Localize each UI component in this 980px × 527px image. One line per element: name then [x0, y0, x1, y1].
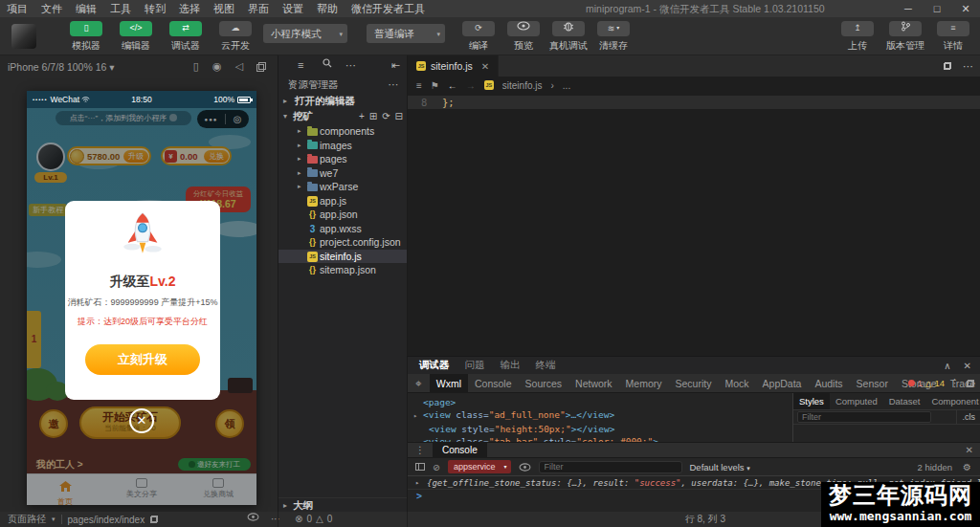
menu-select[interactable]: 选择 — [172, 0, 207, 17]
detach-window-icon[interactable] — [256, 62, 266, 72]
breadcrumb-file[interactable]: siteinfo.js — [502, 80, 543, 91]
collapse-sidebar-icon[interactable]: ⇤ — [391, 59, 400, 72]
compile-button[interactable]: ⟳ 编译 — [457, 21, 500, 53]
page-path-label[interactable]: 页面路径 — [8, 513, 46, 526]
menu-interface[interactable]: 界面 — [241, 0, 276, 17]
tab-output[interactable]: 输出 — [501, 359, 521, 372]
outline-list-icon[interactable]: ≡ — [298, 59, 303, 71]
tab-problems[interactable]: 问题 — [465, 359, 485, 372]
devtools-tab-mock[interactable]: Mock — [718, 374, 755, 393]
upload-button[interactable]: ↥ 上传 — [836, 21, 879, 53]
devtools-tab-sources[interactable]: Sources — [519, 374, 569, 393]
editor-tab-siteinfo[interactable]: JS siteinfo.js ✕ — [408, 55, 499, 77]
expand-arrow-icon[interactable]: ▸ — [415, 476, 419, 490]
more-icon[interactable]: ⋯ — [963, 60, 973, 73]
devtools-tab-sensor[interactable]: Sensor — [850, 374, 895, 393]
cloud-dev-button[interactable]: ☁ 云开发 — [214, 21, 256, 53]
upgrade-now-button[interactable]: 立刻升级 — [85, 344, 200, 375]
devtools-menu-icon[interactable]: ⋮ — [949, 377, 960, 389]
tab-computed[interactable]: Computed — [830, 393, 883, 409]
close-panel-icon[interactable]: ✕ — [964, 361, 971, 371]
menu-tools[interactable]: 工具 — [103, 0, 138, 17]
menu-help[interactable]: 帮助 — [310, 0, 345, 17]
tab-component-data[interactable]: Component Data — [925, 393, 980, 409]
rotate-icon[interactable]: ◁ — [235, 60, 243, 73]
console-sidebar-icon[interactable] — [415, 463, 425, 471]
clear-cache-button[interactable]: ≋▾ 清缓存 — [592, 21, 635, 53]
inspect-element-icon[interactable]: ⌖ — [408, 377, 430, 390]
mode-select[interactable]: 小程序模式 ▾ — [263, 24, 347, 43]
user-avatar[interactable] — [11, 24, 36, 49]
outline-section[interactable]: ▸ 大纲 — [278, 497, 408, 512]
device-select[interactable]: iPhone 6/7/8 100% 16 ▾ — [8, 61, 115, 73]
console-filter-input[interactable] — [539, 461, 682, 473]
dock-side-icon[interactable] — [967, 380, 974, 387]
tree-item-app-js[interactable]: JSapp.js — [278, 194, 408, 209]
menu-devtools[interactable]: 微信开发者工具 — [345, 0, 432, 17]
new-folder-icon[interactable]: ⊞ — [369, 109, 377, 123]
menu-file[interactable]: 文件 — [34, 0, 69, 17]
editor-toggle-button[interactable]: </> 编辑器 — [115, 21, 157, 53]
console-prompt[interactable]: > — [408, 490, 422, 503]
hidden-count[interactable]: 2 hidden — [918, 462, 952, 472]
breadcrumb-more[interactable]: ... — [563, 80, 570, 91]
close-button[interactable]: ✕ — [951, 0, 980, 17]
eye-icon[interactable] — [519, 463, 531, 472]
modal-close-button[interactable]: ✕ — [129, 408, 154, 433]
tab-debugger[interactable]: 调试器 — [419, 359, 450, 372]
console-tab[interactable]: Console — [433, 442, 487, 458]
devtools-tab-console[interactable]: Console — [468, 374, 519, 393]
menu-settings[interactable]: 设置 — [276, 0, 310, 17]
cursor-position[interactable]: 行 8, 列 3 — [685, 512, 725, 527]
chevron-right-icon[interactable]: ▸ — [413, 410, 423, 423]
tab-close-icon[interactable]: ✕ — [481, 61, 489, 72]
tree-item-images[interactable]: ▸images — [278, 139, 408, 153]
compile-mode-select[interactable]: 普通编译 ▾ — [367, 24, 445, 43]
search-icon[interactable] — [323, 58, 332, 70]
devtools-tab-audits[interactable]: Audits — [808, 374, 849, 393]
split-editor-icon[interactable] — [944, 62, 951, 70]
execution-context-select[interactable]: appservice ▾ — [448, 460, 511, 473]
tree-item-sitemap-json[interactable]: {}sitemap.json — [278, 263, 408, 277]
code-area[interactable]: 8 }; — [408, 94, 980, 356]
devtools-tab-appdata[interactable]: AppData — [756, 374, 809, 393]
open-editors-section[interactable]: ▸ 打开的编辑器 — [278, 94, 408, 108]
page-path-value[interactable]: pages/index/index — [68, 515, 145, 525]
simulator-toggle-button[interactable]: ▯ 模拟器 — [65, 21, 107, 53]
tree-item-app-wxss[interactable]: 3app.wxss — [278, 222, 408, 236]
devtools-tab-wxml[interactable]: Wxml — [430, 374, 468, 393]
details-button[interactable]: ≡ 详情 — [932, 21, 974, 53]
file-list-icon[interactable]: ≡ — [416, 80, 422, 91]
tree-item-project-config[interactable]: {}project.config.json — [278, 235, 408, 250]
record-icon[interactable]: ◉ — [212, 60, 222, 73]
more-icon[interactable]: ⋯ — [271, 512, 280, 527]
bookmark-icon[interactable]: ⚑ — [431, 80, 439, 91]
devtools-issue-badges[interactable]: 1 △ 14 — [908, 378, 945, 388]
wxml-tree[interactable]: <page> ▸<view class="ad_full_none">…</vi… — [408, 393, 792, 442]
devtools-tab-memory[interactable]: Memory — [619, 374, 669, 393]
back-icon[interactable]: ← — [448, 80, 457, 91]
menu-edit[interactable]: 编辑 — [69, 0, 103, 17]
devtools-tab-network[interactable]: Network — [568, 374, 619, 393]
tab-terminal[interactable]: 终端 — [536, 359, 556, 372]
devtools-tab-security[interactable]: Security — [669, 374, 719, 393]
copy-icon[interactable] — [150, 516, 158, 523]
collapse-panel-icon[interactable]: ∧ — [944, 361, 950, 371]
tree-item-components[interactable]: ▸components — [278, 124, 408, 139]
styles-filter-input[interactable] — [797, 411, 931, 423]
log-levels-select[interactable]: Default levels ▾ — [690, 462, 750, 472]
tree-item-wxparse[interactable]: ▸wxParse — [278, 180, 408, 194]
refresh-icon[interactable]: ⟳ — [382, 109, 390, 123]
more-icon[interactable]: ⋯ — [389, 77, 399, 93]
forward-icon[interactable]: → — [466, 80, 476, 91]
tree-item-pages[interactable]: ▸pages — [278, 152, 408, 166]
new-file-icon[interactable]: + — [359, 109, 365, 123]
tab-styles[interactable]: Styles — [793, 393, 830, 409]
gear-icon[interactable]: ⚙ — [963, 462, 971, 472]
menu-goto[interactable]: 转到 — [138, 0, 172, 17]
cls-button[interactable]: .cls — [956, 409, 980, 425]
tree-item-app-json[interactable]: {}app.json — [278, 208, 408, 222]
project-section[interactable]: ▾ 挖矿 + ⊞ ⟳ ⊟ — [278, 109, 408, 123]
maximize-button[interactable]: □ — [923, 0, 951, 17]
menu-view[interactable]: 视图 — [207, 0, 241, 17]
